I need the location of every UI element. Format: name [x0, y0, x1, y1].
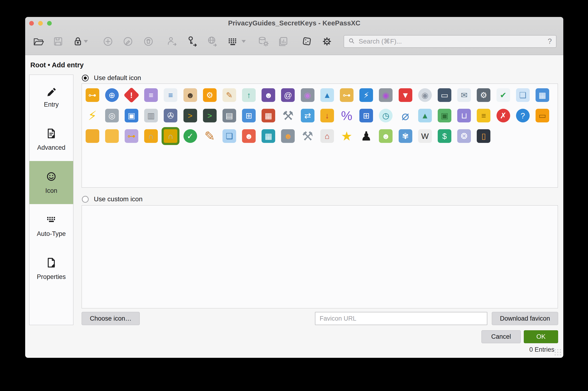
default-icon-smartphone[interactable]: ▯: [474, 126, 494, 146]
default-icon-floppy[interactable]: ▣: [122, 105, 141, 126]
default-icon-photo[interactable]: ❏: [220, 126, 239, 146]
default-icon-film-reel[interactable]: ✇: [161, 105, 180, 126]
resize-grip[interactable]: [554, 348, 562, 357]
default-icon-linux[interactable]: ♟: [357, 126, 376, 146]
default-icon-keychain[interactable]: ⊶: [337, 85, 356, 105]
open-database-button[interactable]: [32, 36, 44, 48]
default-icon-contact[interactable]: ☻: [259, 85, 278, 105]
default-icon-cancel[interactable]: ✗: [494, 105, 513, 126]
default-icon-network-monitor[interactable]: ⇄: [298, 105, 317, 126]
cancel-button[interactable]: Cancel: [481, 330, 521, 343]
sidebar-item-icon[interactable]: Icon: [29, 161, 73, 204]
default-icon-windows-monitor[interactable]: ⊞: [357, 105, 376, 126]
default-icon-network-drive[interactable]: ▥: [141, 105, 161, 126]
default-icon-envelope[interactable]: ✉: [454, 85, 474, 105]
default-icon-firewall[interactable]: ▦: [259, 105, 278, 126]
sidebar-item-entry[interactable]: Entry: [29, 75, 73, 118]
default-icon-apple[interactable]: ✾: [396, 126, 415, 146]
settings-button[interactable]: [321, 36, 333, 48]
ok-button[interactable]: OK: [524, 330, 558, 343]
default-icon-window-layout[interactable]: ▦: [532, 85, 552, 105]
autotype-button[interactable]: [226, 36, 239, 48]
default-icon-monitor[interactable]: ▭: [435, 85, 454, 105]
default-icon-server-key[interactable]: ⊶: [122, 126, 141, 146]
default-icon-warning[interactable]: !: [122, 85, 141, 105]
default-icon-folder-download[interactable]: ↓: [317, 105, 337, 126]
download-favicon-button[interactable]: Download favicon: [492, 312, 558, 325]
search-field[interactable]: ?: [344, 35, 557, 48]
lock-dropdown-caret[interactable]: [84, 40, 88, 43]
add-entry-button[interactable]: [102, 36, 114, 48]
copy-url-button[interactable]: [206, 36, 219, 48]
edit-entry-button[interactable]: [122, 36, 134, 48]
default-icon-notes[interactable]: ≡: [474, 105, 494, 126]
default-icon-trash[interactable]: ⊔: [454, 105, 474, 126]
default-icon-cd[interactable]: ◉: [415, 85, 435, 105]
default-icon-money[interactable]: $: [435, 126, 454, 146]
default-icon-android[interactable]: ☻: [376, 126, 396, 146]
default-icon-plug[interactable]: ⚡: [357, 85, 376, 105]
default-icon-drawer[interactable]: ▭: [532, 105, 552, 126]
autotype-dropdown-caret[interactable]: [241, 40, 246, 43]
choose-icon-button[interactable]: Choose icon…: [82, 312, 140, 325]
default-icon-notepad[interactable]: ✎: [220, 85, 239, 105]
favicon-url-input[interactable]: [315, 312, 487, 325]
default-icon-star[interactable]: ★: [337, 126, 356, 146]
default-icon-printer[interactable]: ▤: [220, 105, 239, 126]
search-input[interactable]: [358, 37, 548, 45]
reports-button[interactable]: [277, 36, 289, 48]
custom-icon-list[interactable]: [82, 205, 558, 308]
default-icon-tools[interactable]: ⚒: [298, 126, 317, 146]
default-icon-wikipedia[interactable]: W: [415, 126, 435, 146]
default-icon-certificate[interactable]: ❂: [454, 126, 474, 146]
copy-username-button[interactable]: [166, 36, 178, 48]
default-icon-contact-book[interactable]: ☻: [239, 126, 259, 146]
default-icon-network-nodes[interactable]: ⊞: [239, 105, 259, 126]
default-icon-folder-open[interactable]: [102, 126, 122, 146]
default-icon-server-shield[interactable]: ≡: [141, 85, 161, 105]
default-icon-percent[interactable]: %: [337, 105, 356, 126]
default-icon-safe[interactable]: ◎: [102, 105, 122, 126]
default-icon-wrench[interactable]: ⚒: [278, 105, 298, 126]
default-icon-globe[interactable]: ⊕: [102, 85, 122, 105]
default-icon-terminal-key[interactable]: >: [180, 105, 200, 126]
sidebar-item-properties[interactable]: Properties: [29, 247, 73, 290]
default-icon-bookmark[interactable]: ▼: [396, 85, 415, 105]
default-icon-document[interactable]: ❏: [513, 85, 532, 105]
default-icon-camera[interactable]: ◉: [298, 85, 317, 105]
default-icon-gear-dark[interactable]: ⚙: [474, 85, 494, 105]
default-icon-arrow-up[interactable]: ↑: [239, 85, 259, 105]
sidebar-item-advanced[interactable]: Advanced: [29, 118, 73, 161]
default-icon-at-sign[interactable]: @: [278, 85, 298, 105]
default-icon-clipboard-check[interactable]: ✔: [494, 85, 513, 105]
radio-selected-icon[interactable]: [82, 75, 89, 82]
default-icon-folder[interactable]: [82, 126, 102, 146]
default-icon-spreadsheet[interactable]: ▦: [259, 126, 278, 146]
default-icon-clock[interactable]: ◷: [376, 105, 396, 126]
default-icon-terminal[interactable]: >: [200, 105, 220, 126]
password-generator-button[interactable]: [301, 36, 313, 48]
default-icon-help[interactable]: ?: [513, 105, 532, 126]
default-icon-projector[interactable]: ◉: [376, 85, 396, 105]
copy-password-button[interactable]: [186, 36, 199, 48]
default-icon-user-business[interactable]: ☻: [180, 85, 200, 105]
default-icon-key[interactable]: ⊶: [82, 85, 102, 105]
default-icon-landscape[interactable]: ▲: [415, 105, 435, 126]
default-icon-bolt[interactable]: ⚡: [82, 105, 102, 126]
use-default-icon-radio[interactable]: Use default icon: [82, 74, 141, 82]
database-settings-button[interactable]: [257, 36, 269, 48]
radio-unselected-icon[interactable]: [82, 196, 89, 203]
default-icon-user-desk[interactable]: ☻: [278, 126, 298, 146]
default-icon-lock[interactable]: ∩: [161, 126, 180, 146]
default-icon-chip[interactable]: ▣: [435, 105, 454, 126]
default-icon-magnifier[interactable]: ⌀: [396, 105, 415, 126]
default-icon-gears[interactable]: ⚙: [200, 85, 220, 105]
use-custom-icon-radio[interactable]: Use custom icon: [82, 196, 143, 203]
sidebar-item-autotype[interactable]: Auto-Type: [29, 204, 73, 247]
delete-entry-button[interactable]: [142, 36, 154, 48]
default-icon-clipboard[interactable]: ≡: [161, 85, 180, 105]
default-icon-check[interactable]: ✓: [180, 126, 200, 146]
default-icon-pencil[interactable]: ✎: [200, 126, 220, 146]
lock-database-button[interactable]: [72, 36, 84, 48]
default-icon-home[interactable]: ⌂: [317, 126, 337, 146]
